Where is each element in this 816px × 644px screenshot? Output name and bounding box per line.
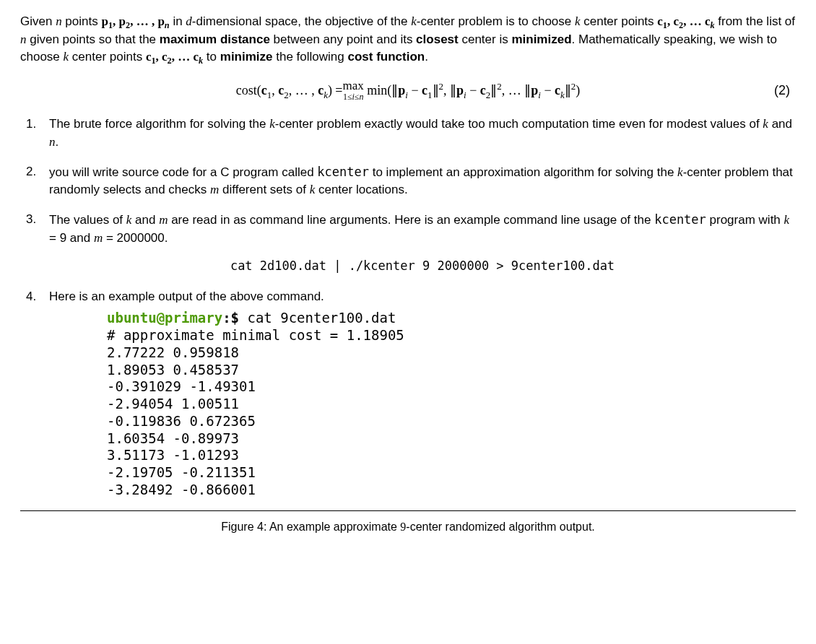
- terminal-line: # approximate minimal cost = 1.18905: [107, 327, 404, 343]
- terminal-command: cat 9center100.dat: [247, 310, 396, 326]
- cost-label: cost: [236, 83, 257, 97]
- var-m: m: [94, 231, 103, 245]
- terminal-line: -0.391029 -1.49301: [107, 378, 256, 394]
- text: given points so that the: [27, 32, 160, 46]
- text: program with: [706, 213, 784, 227]
- terminal-line: -3.28492 -0.866001: [107, 482, 256, 497]
- text: to: [203, 50, 220, 64]
- text: Given: [20, 14, 56, 28]
- minimized: minimized: [511, 32, 571, 46]
- cost-function: cost function: [347, 50, 425, 64]
- max: max: [343, 79, 364, 92]
- list-item-4: Here is an example output of the above c…: [49, 288, 796, 499]
- text: The values of: [49, 213, 126, 227]
- text: An example approximate: [266, 521, 400, 533]
- text: Here is an example output of the above c…: [49, 290, 324, 303]
- text: -center problem exactly would take too m…: [275, 117, 763, 131]
- var-d: d: [186, 14, 192, 28]
- eq-body: (‖pi − c1‖2, ‖pi − c2‖2, … ‖pi − ck‖2): [387, 81, 580, 100]
- terminal-output: ubuntu@primary:$ cat 9center100.dat # ap…: [107, 310, 796, 498]
- text: .: [56, 135, 59, 149]
- text: center is: [459, 32, 512, 46]
- figure-label: Figure 4:: [221, 521, 266, 533]
- prompt-user: ubuntu@primary: [107, 310, 222, 326]
- terminal-line: -0.119836 0.672365: [107, 413, 256, 429]
- var-k: k: [411, 14, 417, 28]
- var-k: k: [269, 117, 275, 131]
- terminal-line: -2.19705 -0.211351: [107, 464, 256, 480]
- points-list: p1, p2, … , pn: [101, 14, 169, 28]
- list-item-2: you will write source code for a C progr…: [49, 163, 796, 199]
- equation-number: (2): [774, 81, 790, 100]
- intro-paragraph: Given n points p1, p2, … , pn in d-dimen…: [20, 13, 796, 66]
- var-k: k: [763, 117, 768, 131]
- text: .: [425, 50, 428, 64]
- text: in: [170, 14, 186, 28]
- text: and: [768, 117, 792, 131]
- var-m: m: [159, 213, 168, 227]
- text: between any point and its: [270, 32, 416, 46]
- max-operator: max 1≤i≤n: [343, 79, 364, 101]
- text: you will write source code for a C progr…: [49, 165, 317, 179]
- text: center locations.: [315, 183, 408, 196]
- text: = 2000000.: [103, 231, 168, 245]
- max-distance: maximum distance: [160, 32, 270, 46]
- terminal-line: -2.94054 1.00511: [107, 396, 239, 412]
- program-name: kcenter: [654, 212, 706, 227]
- prompt-sep: :$: [222, 310, 247, 326]
- centers-list: c1, c2, … ck: [657, 14, 714, 28]
- centers-list: c1, c2, … ck: [146, 50, 203, 64]
- text: -dimensional space, the objective of the: [192, 14, 411, 28]
- text: -center problem is to choose: [417, 14, 575, 28]
- figure-caption: Figure 4: An example approximate 9-cente…: [20, 518, 796, 535]
- minimize: minimize: [220, 50, 273, 64]
- text: to implement an approximation algorithm …: [369, 165, 677, 179]
- text: different sets of: [219, 183, 309, 196]
- terminal-line: 3.51173 -1.01293: [107, 447, 239, 463]
- var-n: n: [49, 135, 56, 149]
- var-k: k: [784, 213, 790, 227]
- command-line-example: cat 2d100.dat | ./kcenter 9 2000000 > 9c…: [49, 257, 796, 275]
- text: The brute force algorithm for solving th…: [49, 117, 269, 131]
- var-k: k: [677, 165, 683, 179]
- var-k: k: [575, 14, 581, 28]
- terminal-line: 2.77222 0.959818: [107, 344, 239, 360]
- var-m: m: [210, 183, 219, 196]
- list-item-3: The values of k and m are read in as com…: [49, 211, 796, 275]
- program-name: kcenter: [317, 165, 369, 179]
- closest: closest: [416, 32, 459, 46]
- var-n: n: [56, 14, 62, 28]
- min-operator: min: [367, 81, 387, 100]
- text: are read in as command line arguments. H…: [168, 213, 654, 227]
- terminal-line: 1.89053 0.458537: [107, 362, 239, 378]
- text: and: [131, 213, 159, 227]
- var-n: n: [20, 32, 27, 46]
- cost-equation: cost(c1, c2, … , ck) = max 1≤i≤n min (‖p…: [20, 79, 796, 101]
- horizontal-rule: [20, 510, 796, 511]
- text: -center randomized algorithm output.: [406, 521, 594, 533]
- text: from the list of: [715, 14, 795, 28]
- problem-list: The brute force algorithm for solving th…: [20, 116, 796, 498]
- text: center points: [581, 14, 658, 28]
- list-item-1: The brute force algorithm for solving th…: [49, 116, 796, 151]
- text: center points: [69, 50, 146, 64]
- max-sub: 1≤i≤n: [343, 92, 364, 102]
- text: points: [62, 14, 102, 28]
- var-k: k: [64, 50, 69, 64]
- eq-lhs: cost(c1, c2, … , ck) =: [236, 81, 343, 100]
- text: = 9 and: [49, 231, 94, 245]
- terminal-line: 1.60354 -0.89973: [107, 430, 239, 446]
- text: the following: [273, 50, 348, 64]
